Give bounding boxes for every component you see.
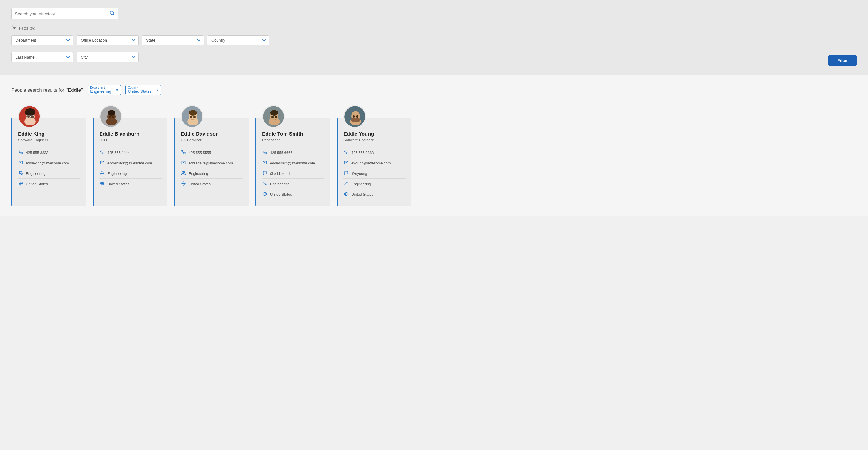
last-name-dropdown-wrap: Last Name <box>11 52 73 62</box>
phone-row-eddie-king: 425 555 3333 <box>18 147 80 158</box>
card-body-eddie-tom-smith: Eddie Tom Smith Reseacher 425 555 6666 e… <box>256 118 330 199</box>
person-title-eddie-young: Software Engineer <box>343 138 406 142</box>
phone-value-eddie-tom-smith: 425 555 6666 <box>270 150 292 155</box>
person-name-eddie-tom-smith: Eddie Tom Smith <box>262 131 324 137</box>
person-name-eddie-davidson: Eddie Davidson <box>181 131 243 137</box>
last-name-dropdown[interactable]: Last Name <box>11 52 73 62</box>
email-row-eddie-tom-smith: eddiesmith@awesome.com <box>262 158 324 168</box>
person-card-eddie-young[interactable]: Eddie Young Software Engineer 425 555 88… <box>337 118 411 206</box>
results-query: "Eddie" <box>66 87 83 93</box>
person-card-eddie-tom-smith[interactable]: Eddie Tom Smith Reseacher 425 555 6666 e… <box>255 118 330 206</box>
dept-icon-eddie-davidson <box>181 171 186 176</box>
country-row-eddie-blackburn: United States <box>99 178 162 189</box>
person-name-eddie-king: Eddie King <box>18 131 80 137</box>
phone-icon-eddie-young <box>343 150 348 155</box>
chip-country-label: Country <box>126 85 154 89</box>
svg-line-1 <box>113 14 114 15</box>
chip-dept-close-button[interactable]: × <box>114 85 121 95</box>
svg-point-15 <box>31 116 33 118</box>
phone-icon-eddie-king <box>18 150 23 155</box>
email-value-eddie-young: eyoung@awesome.com <box>351 161 391 165</box>
filter-row-1: Department Office Location <box>11 35 269 46</box>
chat-value-eddie-tom-smith: @eddiesmith <box>270 171 291 176</box>
filter-button[interactable]: Filter <box>828 55 857 66</box>
avatar-eddie-king <box>18 105 40 128</box>
svg-point-6 <box>15 27 16 28</box>
person-title-eddie-davidson: UX Designer <box>181 138 243 142</box>
chip-dept-value: Engineering <box>88 89 114 95</box>
email-icon-eddie-king <box>18 161 23 166</box>
country-value-eddie-davidson: United States <box>189 182 211 186</box>
chat-value-eddie-young: @eyoung <box>351 171 367 176</box>
svg-point-58 <box>356 115 359 118</box>
avatar-eddie-young <box>343 105 366 128</box>
dept-row-eddie-young: Engineering <box>343 178 406 189</box>
dept-icon-eddie-blackburn <box>99 171 104 176</box>
state-dropdown-wrap: State <box>142 35 204 46</box>
country-dropdown[interactable]: Country <box>207 35 269 46</box>
filter-dropdowns: Department Office Location <box>11 35 269 66</box>
svg-point-30 <box>101 171 102 173</box>
office-location-dropdown[interactable]: Office Location <box>76 35 138 46</box>
search-input[interactable] <box>15 11 110 16</box>
filter-row-2: Last Name City <box>11 52 269 62</box>
cards-row: Eddie King Software Engineer 425 555 333… <box>11 104 857 206</box>
phone-value-eddie-king: 425 555 3333 <box>26 150 49 155</box>
chip-department: Department Engineering × <box>88 85 121 95</box>
dept-value-eddie-tom-smith: Engineering <box>270 182 289 186</box>
email-value-eddie-king: eddieking@awesome.com <box>26 161 69 165</box>
person-card-eddie-king[interactable]: Eddie King Software Engineer 425 555 333… <box>11 118 86 206</box>
email-row-eddie-blackburn: eddieblack@awesome.com <box>99 158 162 168</box>
globe-icon-eddie-tom-smith <box>262 192 267 197</box>
email-icon-eddie-young <box>343 161 348 166</box>
dept-row-eddie-blackburn: Engineering <box>99 168 162 178</box>
svg-point-56 <box>351 118 360 122</box>
office-location-dropdown-wrap: Office Location <box>76 35 138 46</box>
avatar-eddie-blackburn <box>99 105 122 128</box>
country-value-eddie-blackburn: United States <box>107 182 129 186</box>
card-body-eddie-davidson: Eddie Davidson UX Designer 425 555 5555 … <box>175 118 249 189</box>
dept-row-eddie-davidson: Engineering <box>181 168 243 178</box>
email-value-eddie-blackburn: eddieblack@awesome.com <box>107 161 152 165</box>
chip-country-close-button[interactable]: × <box>154 85 161 95</box>
svg-point-57 <box>353 115 355 118</box>
dept-value-eddie-king: Engineering <box>26 171 45 176</box>
svg-point-20 <box>20 171 21 173</box>
phone-value-eddie-young: 425 555 8888 <box>351 150 374 155</box>
country-dropdown-wrap: Country <box>207 35 269 46</box>
svg-point-38 <box>193 116 196 118</box>
svg-point-40 <box>182 171 184 173</box>
department-dropdown[interactable]: Department <box>11 35 73 46</box>
dept-row-eddie-king: Engineering <box>18 168 80 178</box>
country-value-eddie-tom-smith: United States <box>270 192 292 197</box>
results-header: People search results for "Eddie" Depart… <box>11 85 857 95</box>
dept-value-eddie-davidson: Engineering <box>189 171 208 176</box>
svg-point-36 <box>189 110 197 116</box>
email-icon-eddie-tom-smith <box>262 161 267 166</box>
phone-value-eddie-davidson: 425 555 5555 <box>189 150 211 155</box>
city-dropdown[interactable]: City <box>76 52 138 62</box>
department-dropdown-wrap: Department <box>11 35 73 46</box>
globe-icon-eddie-king <box>18 181 23 186</box>
dept-icon-eddie-king <box>18 171 23 176</box>
state-dropdown[interactable]: State <box>142 35 204 46</box>
person-card-eddie-davidson[interactable]: Eddie Davidson UX Designer 425 555 5555 … <box>174 118 249 206</box>
svg-point-14 <box>27 116 30 118</box>
search-box[interactable] <box>11 8 118 20</box>
svg-point-5 <box>12 25 13 26</box>
card-body-eddie-young: Eddie Young Software Engineer 425 555 88… <box>338 118 411 199</box>
person-title-eddie-king: Software Engineer <box>18 138 80 142</box>
card-body-eddie-blackburn: Eddie Blackburn CTO 425 555 4444 eddiebl… <box>94 118 167 189</box>
person-name-eddie-young: Eddie Young <box>343 131 406 137</box>
phone-row-eddie-young: 425 555 8888 <box>343 147 406 158</box>
filter-controls: Department Office Location <box>11 35 857 66</box>
svg-point-37 <box>190 116 192 118</box>
person-card-eddie-blackburn[interactable]: Eddie Blackburn CTO 425 555 4444 eddiebl… <box>93 118 167 206</box>
filter-by-label: Filter by: <box>19 26 35 30</box>
dept-value-eddie-young: Engineering <box>351 182 371 186</box>
chat-row-eddie-young: @eyoung <box>343 168 406 178</box>
country-row-eddie-tom-smith: United States <box>262 189 324 199</box>
results-section: People search results for "Eddie" Depart… <box>0 75 868 216</box>
email-row-eddie-davidson: eddiedave@awesome.com <box>181 158 243 168</box>
email-row-eddie-king: eddieking@awesome.com <box>18 158 80 168</box>
